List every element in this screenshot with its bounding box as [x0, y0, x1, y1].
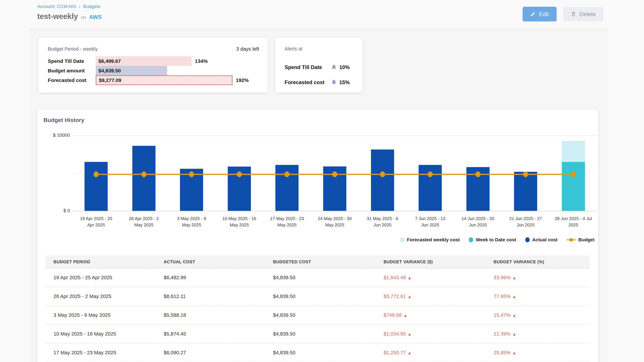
legend-item[interactable]: Budget: [567, 237, 594, 243]
alerts-card: Alerts at Spend Till Date10%Forecasted c…: [275, 37, 362, 93]
cell-variance-usd: $1,034.95▲: [376, 331, 486, 337]
pencil-icon: [530, 11, 536, 17]
breadcrumb-budgets-link[interactable]: Budgets: [83, 4, 100, 9]
triangle-up-icon: ▲: [513, 332, 516, 336]
budget-period-card: Budget Period - weekly 3 days left Spend…: [38, 37, 268, 93]
legend-label: Forecasted weekly cost: [407, 237, 460, 243]
chart-plot-area: [72, 135, 597, 211]
chart-slot: [454, 135, 502, 211]
actual-cost-bar[interactable]: [371, 149, 394, 211]
legend-label: Actual cost: [532, 237, 558, 243]
cell-variance-usd: $748.68▲: [376, 312, 486, 318]
cell-period: 17 May 2025 - 23 May 2025: [46, 350, 156, 356]
cell-variance-pct: 33.96%▲: [486, 275, 590, 280]
alerts-title: Alerts at: [284, 46, 302, 52]
actual-cost-bar[interactable]: [132, 146, 156, 211]
page-title: test-weekly: [37, 12, 78, 21]
cell-actual-cost: $5,588.18: [156, 312, 265, 318]
variance-value: $748.68: [384, 312, 402, 318]
budget-line-point: [284, 171, 290, 177]
legend-label: Week to Date cost: [476, 237, 516, 243]
chart-slot: [120, 135, 168, 211]
table-header-cell: Budget Variance (%): [486, 259, 590, 264]
platform-label: AWS: [89, 14, 102, 20]
table-row: 17 May 2025 - 23 May 2025$6,090.27$4,839…: [46, 344, 590, 362]
cell-actual-cost: $8,612.11: [156, 294, 265, 299]
chart-slot: [358, 135, 406, 211]
title-connector: on: [81, 15, 86, 20]
chart-slot: [72, 135, 120, 211]
content-panel: Budget Period - weekly 3 days left Spend…: [29, 29, 608, 362]
cell-budgeted-cost: $4,839.50: [265, 350, 376, 356]
edit-button[interactable]: Edit: [522, 7, 556, 21]
cell-variance-pct: 21.39%▲: [486, 331, 590, 337]
budget-line-point: [189, 171, 194, 177]
budget-period-row-label: Forecasted cost: [48, 75, 96, 85]
forecast-bar: $9,277.09: [96, 75, 232, 85]
x-axis-tick-label: 14 Jun 2025 - 20 Jun 2025: [454, 216, 502, 228]
variance-value: $3,772.61: [384, 294, 406, 299]
budget-period-row-percent: 134%: [195, 56, 208, 66]
breadcrumb-account-link[interactable]: Account: CCM-NG: [37, 4, 76, 9]
budget-period-rows: Spend Till Date$6,499.67134%Budget amoun…: [48, 56, 263, 85]
cell-actual-cost: $6,482.99: [156, 275, 265, 280]
budget-period-row-label: Spend Till Date: [48, 56, 96, 66]
budget-period-row: Budget amount$4,839.50: [48, 66, 263, 75]
variance-value: 25.85%: [494, 350, 511, 355]
alert-label: Forecasted cost: [284, 79, 331, 85]
triangle-up-icon: ▲: [513, 276, 516, 280]
y-tick-10000: $ 10000: [48, 133, 70, 138]
week-to-date-cost-bar[interactable]: [562, 162, 585, 211]
breadcrumb: Account: CCM-NG › Budgets: [37, 4, 100, 9]
legend-item[interactable]: Week to Date cost: [469, 237, 516, 243]
title-row: test-weekly on AWS: [37, 12, 102, 21]
delete-button-label: Delete: [580, 11, 596, 17]
alert-row: Spend Till Date10%: [284, 62, 354, 72]
cell-period: 26 Apr 2025 - 2 May 2025: [46, 294, 156, 299]
triangle-up-icon: ▲: [513, 313, 516, 317]
table-header-cell: Budget Period: [46, 259, 156, 264]
triangle-up-icon: ▲: [513, 295, 516, 299]
actual-cost-bar[interactable]: [84, 162, 108, 211]
page-header: Account: CCM-NG › Budgets test-weekly on…: [29, 0, 608, 29]
chart-slot: [311, 135, 359, 211]
chart-slot: [263, 135, 311, 211]
x-axis-tick-label: 21 Jun 2025 - 27 Jun 2025: [502, 216, 550, 228]
budget-line-point: [523, 171, 528, 177]
chart-slot: [168, 135, 216, 211]
legend-circle-marker: [400, 237, 404, 242]
table-row: 19 Apr 2025 - 25 Apr 2025$6,482.99$4,839…: [46, 268, 590, 287]
x-axis-tick-label: 28 Jun 2025 - 4 Jul 2025: [550, 216, 597, 228]
table-header-cell: Budget Variance ($): [376, 259, 486, 264]
triangle-up-icon: ▲: [408, 332, 411, 336]
budget-period-row-percent: 192%: [236, 75, 249, 85]
budget-line-point: [380, 171, 385, 177]
budget-period-row-label: Budget amount: [48, 66, 96, 75]
budget-period-row: Forecasted cost$9,277.09192%: [48, 75, 263, 85]
budget-bar: $4,839.50: [96, 66, 167, 75]
budget-history-title: Budget History: [44, 117, 84, 123]
x-axis-tick-label: 3 May 2025 - 9 May 2025: [168, 216, 216, 228]
budget-line-point: [332, 171, 337, 177]
spend-bar: $6,499.67: [96, 56, 192, 66]
cell-budgeted-cost: $4,839.50: [265, 294, 376, 299]
table-header-row: Budget PeriodActual CostBudgeted CostBud…: [46, 256, 590, 268]
chevron-right-icon: ›: [79, 4, 80, 9]
budget-period-row: Spend Till Date$6,499.67134%: [48, 56, 263, 66]
cell-period: 19 Apr 2025 - 25 Apr 2025: [46, 275, 156, 280]
cell-variance-usd: $1,643.49▲: [376, 275, 486, 280]
variance-value: $1,250.77: [384, 350, 406, 355]
legend-item[interactable]: Actual cost: [525, 237, 558, 243]
x-axis-tick-label: 24 May 2025 - 30 May 2025: [311, 216, 359, 228]
budget-line-point: [571, 171, 576, 177]
delete-button[interactable]: Delete: [563, 7, 604, 21]
alert-threshold: 10%: [339, 64, 354, 70]
table-row: 10 May 2025 - 16 May 2025$5,874.45$4,839…: [46, 325, 590, 344]
table-body: 19 Apr 2025 - 25 Apr 2025$6,482.99$4,839…: [46, 268, 590, 362]
legend-line-marker: [567, 239, 576, 240]
budget-line-point: [94, 171, 98, 177]
actual-cost-bar[interactable]: [514, 172, 537, 211]
variance-value: 15.47%: [494, 312, 511, 318]
chart-slot: [502, 135, 550, 211]
legend-item[interactable]: Forecasted weekly cost: [400, 237, 460, 243]
